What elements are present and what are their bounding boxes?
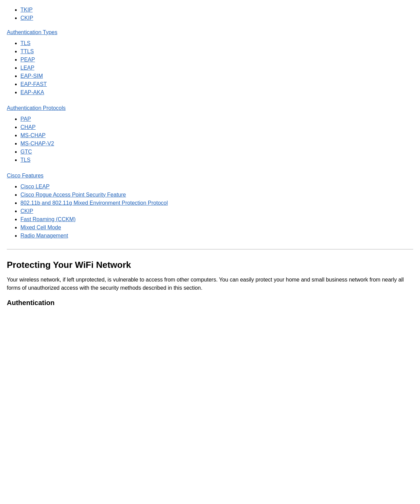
list-item-radio-mgmt: Radio Management — [20, 233, 413, 239]
list-item-fast-roaming: Fast Roaming (CCKM) — [20, 216, 413, 222]
link-mixed-cell[interactable]: Mixed Cell Mode — [20, 225, 61, 230]
link-tls[interactable]: TLS — [20, 40, 30, 46]
list-item-eap-fast: EAP-FAST — [20, 81, 413, 87]
link-leap[interactable]: LEAP — [20, 65, 34, 71]
list-item-gtc: GTC — [20, 149, 413, 155]
link-radio-mgmt[interactable]: Radio Management — [20, 233, 68, 239]
auth-protocols-list: PAP CHAP MS-CHAP MS-CHAP-V2 GTC TLS — [7, 116, 413, 163]
link-tls-protocol[interactable]: TLS — [20, 157, 30, 163]
list-item-eap-sim: EAP-SIM — [20, 73, 413, 79]
list-item-leap: LEAP — [20, 65, 413, 71]
link-cisco-leap[interactable]: Cisco LEAP — [20, 184, 49, 189]
link-ckip-top[interactable]: CKIP — [20, 15, 33, 21]
list-item-ms-chap-v2: MS-CHAP-V2 — [20, 141, 413, 147]
link-ttls[interactable]: TTLS — [20, 48, 34, 54]
list-item-ckip-cisco: CKIP — [20, 208, 413, 214]
cisco-features-list: Cisco LEAP Cisco Rogue Access Point Secu… — [7, 184, 413, 239]
main-body-text: Your wireless network, if left unprotect… — [7, 276, 413, 292]
link-eap-aka[interactable]: EAP-AKA — [20, 89, 44, 95]
list-item-ckip-top: CKIP — [20, 15, 413, 21]
link-cisco-rogue[interactable]: Cisco Rogue Access Point Security Featur… — [20, 192, 126, 198]
list-item-chap: CHAP — [20, 124, 413, 130]
link-gtc[interactable]: GTC — [20, 149, 32, 155]
link-tkip[interactable]: TKIP — [20, 7, 33, 13]
list-item-tls-protocol: TLS — [20, 157, 413, 163]
list-item-tkip: TKIP — [20, 7, 413, 13]
link-ckip-cisco[interactable]: CKIP — [20, 208, 33, 214]
cisco-features-heading[interactable]: Cisco Features — [7, 173, 44, 179]
list-item-pap: PAP — [20, 116, 413, 122]
link-eap-sim[interactable]: EAP-SIM — [20, 73, 43, 79]
link-eap-fast[interactable]: EAP-FAST — [20, 81, 47, 87]
top-bullet-list: TKIP CKIP — [7, 7, 413, 21]
list-item-cisco-rogue: Cisco Rogue Access Point Security Featur… — [20, 192, 413, 198]
list-item-tls: TLS — [20, 40, 413, 46]
link-fast-roaming[interactable]: Fast Roaming (CCKM) — [20, 216, 76, 222]
list-item-ttls: TTLS — [20, 48, 413, 55]
list-item-cisco-leap: Cisco LEAP — [20, 184, 413, 190]
auth-types-heading[interactable]: Authentication Types — [7, 29, 57, 35]
link-802-mixed[interactable]: 802.11b and 802.11g Mixed Environment Pr… — [20, 200, 168, 206]
auth-protocols-heading[interactable]: Authentication Protocols — [7, 105, 66, 111]
link-ms-chap[interactable]: MS-CHAP — [20, 132, 46, 138]
link-ms-chap-v2[interactable]: MS-CHAP-V2 — [20, 141, 54, 146]
list-item-peap: PEAP — [20, 57, 413, 63]
link-peap[interactable]: PEAP — [20, 57, 35, 62]
list-item-802-mixed: 802.11b and 802.11g Mixed Environment Pr… — [20, 200, 413, 206]
list-item-eap-aka: EAP-AKA — [20, 89, 413, 96]
list-item-mixed-cell: Mixed Cell Mode — [20, 225, 413, 231]
auth-types-list: TLS TTLS PEAP LEAP EAP-SIM EAP-FAST EAP-… — [7, 40, 413, 96]
link-chap[interactable]: CHAP — [20, 124, 35, 130]
link-pap[interactable]: PAP — [20, 116, 31, 122]
section-divider — [7, 249, 413, 249]
main-heading: Protecting Your WiFi Network — [7, 260, 413, 270]
authentication-sub-heading: Authentication — [7, 299, 413, 307]
list-item-ms-chap: MS-CHAP — [20, 132, 413, 139]
